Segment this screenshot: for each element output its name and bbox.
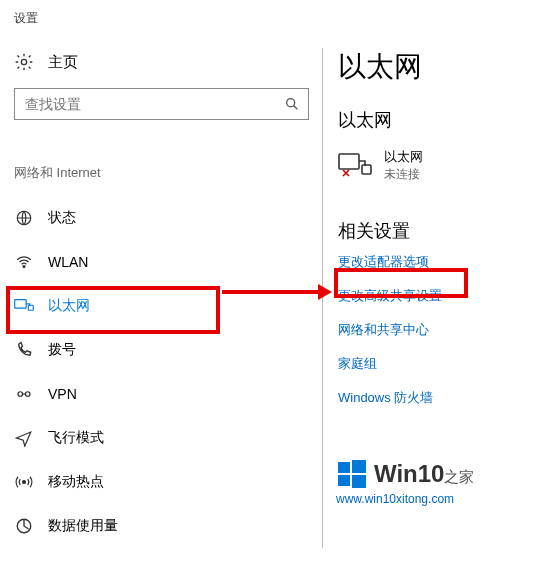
link-adapter-options[interactable]: 更改适配器选项 [338,253,548,271]
watermark-url: www.win10xitong.com [336,492,541,506]
windows-logo-icon [336,458,368,490]
nav-label: 拨号 [48,341,76,359]
svg-rect-17 [352,475,366,488]
nav-label: 以太网 [48,297,90,315]
svg-point-7 [26,392,31,397]
vpn-icon [14,385,34,403]
device-name: 以太网 [384,148,423,166]
watermark-title: Win10 [374,460,444,488]
settings-left-pane: 设置 主页 网络和 Internet 状态 [0,0,322,563]
settings-right-pane: 以太网 以太网 以太网 未连接 相关设置 更改适配器选项 更改高级共享设置 网络… [338,0,548,407]
svg-point-0 [21,59,26,64]
app-title: 设置 [14,10,38,27]
svg-rect-11 [362,165,371,174]
link-firewall[interactable]: Windows 防火墙 [338,389,548,407]
nav-label: VPN [48,386,77,402]
ethernet-device[interactable]: 以太网 未连接 [338,148,548,183]
svg-point-3 [23,266,25,268]
nav-list: 状态 WLAN 以太网 拨号 VPN [0,196,322,548]
datausage-icon [14,517,34,535]
dialup-icon [14,341,34,359]
watermark-suffix: 之家 [444,468,474,487]
wifi-icon [14,253,34,271]
home-label: 主页 [48,53,78,72]
nav-label: 移动热点 [48,473,104,491]
status-icon [14,209,34,227]
nav-item-datausage[interactable]: 数据使用量 [0,504,322,548]
svg-point-8 [23,481,26,484]
link-network-center[interactable]: 网络和共享中心 [338,321,548,339]
gear-icon [14,52,34,72]
nav-item-airplane[interactable]: 飞行模式 [0,416,322,460]
svg-point-1 [287,99,295,107]
nav-label: WLAN [48,254,88,270]
home-nav[interactable]: 主页 [14,52,78,72]
hotspot-icon [14,473,34,491]
page-title: 以太网 [338,48,548,86]
related-links: 更改适配器选项 更改高级共享设置 网络和共享中心 家庭组 Windows 防火墙 [338,253,548,407]
nav-item-status[interactable]: 状态 [0,196,322,240]
search-input[interactable] [15,96,276,112]
svg-rect-15 [352,460,366,473]
search-box[interactable] [14,88,309,120]
nav-item-wlan[interactable]: WLAN [0,240,322,284]
svg-rect-16 [338,475,350,486]
subsection-title: 以太网 [338,108,548,132]
link-advanced-sharing[interactable]: 更改高级共享设置 [338,287,548,305]
nav-label: 状态 [48,209,76,227]
nav-item-vpn[interactable]: VPN [0,372,322,416]
ethernet-device-icon [338,153,372,179]
device-status: 未连接 [384,166,423,183]
airplane-icon [14,429,34,447]
annotation-arrow [222,284,332,300]
svg-marker-13 [318,284,332,300]
link-homegroup[interactable]: 家庭组 [338,355,548,373]
svg-rect-4 [15,300,26,309]
related-settings-title: 相关设置 [338,219,548,243]
ethernet-icon [14,298,34,314]
watermark: Win10 之家 www.win10xitong.com [336,458,541,506]
svg-rect-14 [338,462,350,473]
nav-item-dialup[interactable]: 拨号 [0,328,322,372]
section-header: 网络和 Internet [14,164,101,182]
nav-label: 飞行模式 [48,429,104,447]
svg-rect-10 [339,154,359,169]
nav-item-hotspot[interactable]: 移动热点 [0,460,322,504]
svg-rect-5 [28,305,33,310]
svg-point-6 [18,392,23,397]
nav-label: 数据使用量 [48,517,118,535]
search-icon [276,96,308,112]
